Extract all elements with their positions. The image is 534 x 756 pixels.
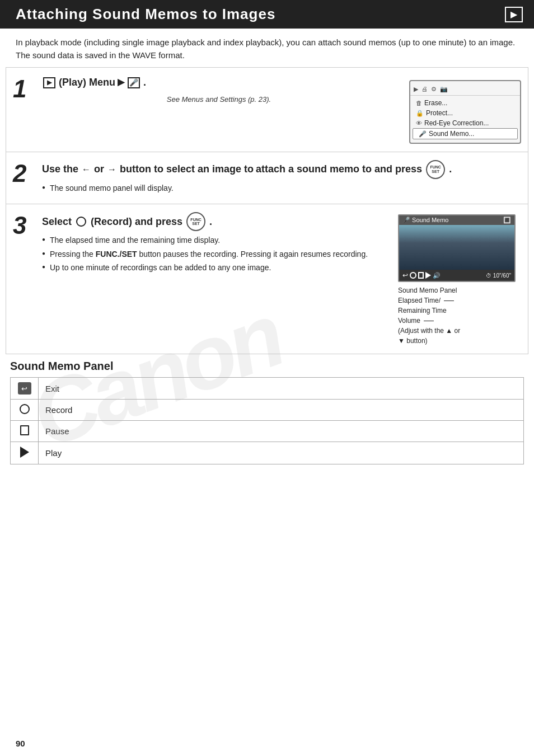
sound-memo-icon-title: 🎤	[128, 77, 140, 88]
record-icon-title	[76, 217, 86, 227]
step-3-number: 3	[13, 212, 42, 346]
smp-icon-exit: ↩	[11, 378, 39, 400]
step-2-bullet-1: The sound memo panel will display.	[42, 182, 521, 194]
steps-container: 1 ▶ (Play) Menu ▶ 🎤 . See Menus and Sett…	[6, 67, 528, 354]
smp-label-exit: Exit	[39, 378, 524, 400]
page-header: Attaching Sound Memos to Images ▶	[0, 0, 534, 29]
step-1-see-text: See Menus and Settings (p. 23).	[42, 94, 396, 105]
menu-tab-camera: 📷	[440, 86, 448, 93]
menu-item-soundmemo: 🎤Sound Memo...	[413, 128, 518, 139]
step-3-bullets: The elapsed time and the remaining time …	[42, 234, 390, 273]
step-2-bullets: The sound memo panel will display.	[42, 182, 521, 194]
menu-item-protect: 🔒Protect...	[410, 108, 520, 118]
menu-tab-settings: ⚙	[431, 86, 437, 93]
spm-header-icon: 🔳	[503, 217, 511, 224]
page-title: Attaching Sound Memos to Images	[16, 6, 275, 23]
left-arrow-icon: ←	[82, 163, 91, 176]
play-mode-icon: ▶	[43, 77, 55, 88]
smp-label-play: Play	[39, 442, 524, 464]
ann-sound-memo-panel: Sound Memo Panel	[398, 285, 521, 295]
smp-label-pause: Pause	[39, 421, 524, 442]
right-arrow-icon: →	[107, 163, 116, 176]
play-icon	[20, 447, 29, 458]
menu-item-erase: 🗑Erase...	[410, 98, 520, 108]
ctrl-exit: ↩	[402, 271, 408, 279]
table-row-record: Record	[11, 400, 524, 421]
exit-icon: ↩	[18, 382, 31, 395]
spm-header: 🎤 Sound Memo 🔳	[399, 215, 514, 225]
func-set-button-step2: FUNCSET	[426, 160, 445, 179]
ann-volume: Volume	[398, 316, 521, 326]
table-row-play: Play	[11, 442, 524, 464]
step-3-content: Select (Record) and press FUNCSET . The …	[42, 212, 521, 346]
menu-item-redeye: 👁Red-Eye Correction...	[410, 118, 520, 128]
menu-tab-print: 🖨	[421, 86, 428, 93]
step-2-row: 2 Use the ← or → button to select an ima…	[6, 152, 528, 204]
ctrl-time: ⏱ 10"/60"	[486, 273, 511, 279]
sound-memo-panel-section: Sound Memo Panel ↩ Exit Record Pause	[0, 354, 534, 464]
step-3-row: 3 Select (Record) and press FUNCSET . Th…	[6, 204, 528, 354]
step-3-bullet-3: Up to one minute of recordings can be ad…	[42, 262, 390, 273]
intro-paragraph: In playback mode (including single image…	[0, 29, 534, 67]
func-set-button-step3: FUNCSET	[186, 212, 205, 231]
ann-remaining-time: Remaining Time	[398, 306, 521, 316]
step-1-number: 1	[13, 76, 42, 144]
table-row-exit: ↩ Exit	[11, 378, 524, 400]
ann-adjust-down: ▼ button)	[398, 336, 521, 346]
table-row-pause: Pause	[11, 421, 524, 442]
step-3-bullet-2: Pressing the FUNC./SET button pauses the…	[42, 248, 390, 260]
step-1-title: ▶ (Play) Menu ▶ 🎤 .	[42, 76, 396, 90]
annotation-area: Sound Memo Panel Elapsed Time/ Remaining…	[398, 285, 521, 346]
ctrl-record	[410, 272, 416, 279]
step-1-row: 1 ▶ (Play) Menu ▶ 🎤 . See Menus and Sett…	[6, 68, 528, 152]
spm-header-label: 🎤 Sound Memo	[402, 217, 448, 224]
ann-adjust: (Adjust with the ▲ or	[398, 326, 521, 336]
step-2-content: Use the ← or → button to select an image…	[42, 160, 521, 196]
ann-elapsed-time: Elapsed Time/	[398, 295, 521, 306]
ctrl-volume: 🔊	[433, 272, 441, 279]
sound-panel-mockup: 🎤 Sound Memo 🔳 ↩ 🔊 ⏱ 10"/60"	[398, 214, 516, 282]
smp-table: ↩ Exit Record Pause Play	[10, 377, 524, 464]
step-1-content: ▶ (Play) Menu ▶ 🎤 . See Menus and Settin…	[42, 76, 521, 144]
menu-tab-play: ▶	[414, 86, 418, 93]
step-2-number: 2	[13, 160, 42, 196]
step-3-panel-area: 🎤 Sound Memo 🔳 ↩ 🔊 ⏱ 10"/60"	[398, 212, 521, 346]
header-play-icon: ▶	[505, 7, 523, 22]
step-2-title: Use the ← or → button to select an image…	[42, 160, 521, 179]
smp-icon-record	[11, 400, 39, 421]
smp-icon-pause	[11, 421, 39, 442]
page-number: 90	[16, 739, 25, 748]
step-3-title: Select (Record) and press FUNCSET .	[42, 212, 390, 231]
record-icon	[20, 404, 30, 414]
menu-tab-row: ▶ 🖨 ⚙ 📷	[410, 84, 520, 96]
step-3-bullet-1: The elapsed time and the remaining time …	[42, 234, 390, 246]
step-1-menu-mockup: ▶ 🖨 ⚙ 📷 🗑Erase... 🔒Protect... 👁Re	[409, 76, 521, 144]
ctrl-play	[425, 272, 431, 279]
smp-icon-play	[11, 442, 39, 464]
spm-controls: ↩ 🔊 ⏱ 10"/60"	[399, 270, 514, 281]
pause-icon	[20, 425, 29, 435]
smp-label-record: Record	[39, 400, 524, 421]
spm-image	[399, 225, 514, 270]
ctrl-pause	[418, 272, 424, 279]
smp-section-title: Sound Memo Panel	[10, 360, 524, 373]
